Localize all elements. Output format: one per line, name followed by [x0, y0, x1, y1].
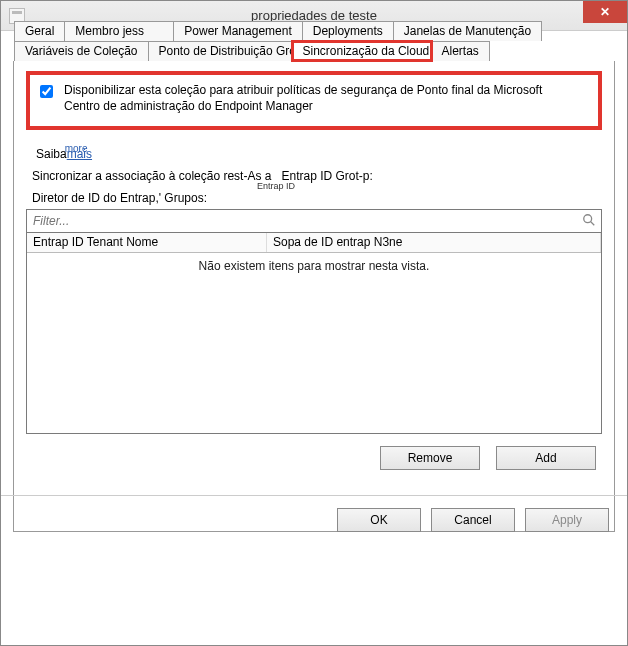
apply-button[interactable]: Apply — [525, 508, 609, 532]
grid-col-id[interactable]: Sopa de ID entrap N3ne — [267, 233, 601, 252]
tab-alertas[interactable]: Alertas — [431, 41, 490, 61]
dialog-buttons: OK Cancel Apply — [337, 508, 609, 532]
enable-checkbox-row: Disponibilizar esta coleção para atribui… — [26, 71, 602, 130]
tab-row-1: Geral Membro jess Power Management Deplo… — [14, 21, 541, 41]
filter-wrap — [26, 209, 602, 233]
sync-value: Entrap ID Grot-p: — [281, 169, 372, 183]
properties-dialog: propriedades de teste ✕ Geral Membro jes… — [0, 0, 628, 646]
learn-more-prefix: Saiba — [36, 147, 67, 161]
tab-membro[interactable]: Membro jess — [64, 21, 174, 41]
director-label: Diretor de ID do Entrap,' Grupos: — [32, 191, 207, 205]
sync-line: Sincronizar a associação à coleção rest-… — [32, 169, 602, 183]
director-mini: Entrap ID — [257, 181, 295, 191]
filter-input[interactable] — [26, 209, 602, 233]
tab-row-2: Variáveis de Coleção Ponto de Distribuiç… — [14, 41, 489, 61]
enable-checkbox-label: Disponibilizar esta coleção para atribui… — [64, 83, 592, 114]
ok-button[interactable]: OK — [337, 508, 421, 532]
svg-line-1 — [591, 222, 595, 226]
add-button[interactable]: Add — [496, 446, 596, 470]
learn-more-link[interactable]: moremais — [67, 147, 92, 161]
grid-empty-text: Não existem itens para mostrar nesta vis… — [199, 259, 430, 273]
tab-variaveis[interactable]: Variáveis de Coleção — [14, 41, 149, 61]
grid-body: Não existem itens para mostrar nesta vis… — [27, 253, 601, 433]
tab-geral[interactable]: Geral — [14, 21, 65, 41]
grid-col-tenant[interactable]: Entrap ID Tenant Nome — [27, 233, 267, 252]
cancel-button[interactable]: Cancel — [431, 508, 515, 532]
tabs-container: Geral Membro jess Power Management Deplo… — [13, 61, 615, 532]
director-line: Entrap ID Diretor de ID do Entrap,' Grup… — [32, 191, 602, 205]
dialog-content: Geral Membro jess Power Management Deplo… — [1, 31, 627, 544]
enable-checkbox[interactable] — [40, 85, 53, 98]
groups-grid: Entrap ID Tenant Nome Sopa de ID entrap … — [26, 233, 602, 434]
svg-point-0 — [584, 215, 592, 223]
separator — [1, 495, 627, 496]
tab-deployments[interactable]: Deployments — [302, 21, 394, 41]
tab-janelas[interactable]: Janelas de Manutenção — [393, 21, 542, 41]
sync-label: Sincronizar a associação à coleção rest-… — [32, 169, 271, 183]
remove-button[interactable]: Remove — [380, 446, 480, 470]
tab-sincronizacao[interactable]: Sincronização da Cloud — [292, 41, 432, 61]
grid-header: Entrap ID Tenant Nome Sopa de ID entrap … — [27, 233, 601, 253]
close-icon: ✕ — [600, 5, 610, 19]
tab-ponto[interactable]: Ponto de Distribuição Groups — [148, 41, 293, 61]
grid-button-row: Remove Add — [26, 434, 602, 470]
search-icon — [582, 213, 596, 227]
learn-more: Saibamoremais — [36, 146, 602, 161]
tab-power[interactable]: Power Management — [173, 21, 302, 41]
close-button[interactable]: ✕ — [583, 1, 627, 23]
tab-body-cloud-sync: Disponibilizar esta coleção para atribui… — [14, 61, 614, 531]
